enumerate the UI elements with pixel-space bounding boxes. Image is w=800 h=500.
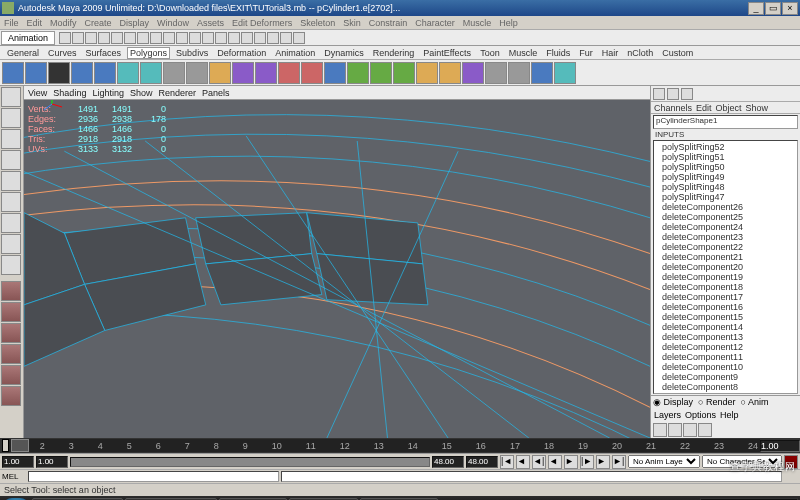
shelf-button[interactable] [531, 62, 553, 84]
shelf-button[interactable] [2, 62, 24, 84]
input-node-item[interactable]: deleteComponent11 [654, 352, 797, 362]
status-icon[interactable] [163, 32, 175, 44]
step-back-button[interactable]: ◄ [516, 455, 530, 469]
status-icon[interactable] [254, 32, 266, 44]
rewind-button[interactable]: |◄ [500, 455, 514, 469]
layers-help[interactable]: Help [720, 410, 739, 420]
layer-btn[interactable] [698, 423, 712, 437]
manip-tool[interactable] [1, 213, 21, 233]
layers-options[interactable]: Options [685, 410, 716, 420]
shelf-tab[interactable]: Hair [599, 47, 622, 59]
menu-assets[interactable]: Assets [197, 18, 224, 28]
shelf-tab[interactable]: Fluids [543, 47, 573, 59]
shelf-button[interactable] [163, 62, 185, 84]
viewport[interactable]: .w{stroke:#2be;stroke-width:0.7;fill:non… [24, 100, 650, 438]
cb-toggle-icon[interactable] [681, 88, 693, 100]
layout-persp[interactable] [1, 323, 21, 343]
menu-edit[interactable]: Edit [27, 18, 43, 28]
shelf-tab[interactable]: Toon [477, 47, 503, 59]
input-node-item[interactable]: deleteComponent23 [654, 232, 797, 242]
shelf-tab[interactable]: Curves [45, 47, 80, 59]
play-back-button[interactable]: ◄ [548, 455, 562, 469]
input-node-item[interactable]: polySplitRing47 [654, 192, 797, 202]
status-icon[interactable] [59, 32, 71, 44]
shelf-button[interactable] [232, 62, 254, 84]
status-icon[interactable] [241, 32, 253, 44]
input-node-item[interactable]: deleteComponent17 [654, 292, 797, 302]
shelf-button[interactable] [554, 62, 576, 84]
scale-tool[interactable] [1, 192, 21, 212]
shelf-tab[interactable]: Subdivs [173, 47, 211, 59]
shelf-button[interactable] [462, 62, 484, 84]
input-node-item[interactable]: polySplitRing52 [654, 142, 797, 152]
status-icon[interactable] [124, 32, 136, 44]
shelf-tab[interactable]: Animation [272, 47, 318, 59]
cb-toggle-icon[interactable] [653, 88, 665, 100]
layout-hyper[interactable] [1, 386, 21, 406]
cb-toggle-icon[interactable] [667, 88, 679, 100]
shelf-button[interactable] [186, 62, 208, 84]
minimize-button[interactable]: _ [748, 2, 764, 15]
input-node-item[interactable]: deleteComponent19 [654, 272, 797, 282]
vp-shading[interactable]: Shading [53, 88, 86, 98]
vp-renderer[interactable]: Renderer [158, 88, 196, 98]
shelf-button[interactable] [347, 62, 369, 84]
shelf-button[interactable] [209, 62, 231, 84]
current-time-marker[interactable] [11, 439, 29, 452]
shelf-button[interactable] [71, 62, 93, 84]
status-icon[interactable] [111, 32, 123, 44]
render-radio[interactable]: ○ Render [698, 397, 735, 407]
shelf-tab[interactable]: Rendering [370, 47, 418, 59]
input-node-item[interactable]: polySplitRing48 [654, 182, 797, 192]
anim-layer-dropdown[interactable]: No Anim Layer [628, 455, 700, 468]
input-node-item[interactable]: deleteComponent10 [654, 362, 797, 372]
cb-selected-node[interactable]: pCylinderShape1 [653, 115, 798, 129]
shelf-button[interactable] [370, 62, 392, 84]
display-radio[interactable]: ◉ Display [653, 397, 693, 407]
go-end-button[interactable]: ►| [612, 455, 626, 469]
layout-outliner[interactable] [1, 344, 21, 364]
shelf-button[interactable] [485, 62, 507, 84]
input-node-item[interactable]: deleteComponent25 [654, 212, 797, 222]
play-button[interactable]: ► [564, 455, 578, 469]
lasso-tool[interactable] [1, 108, 21, 128]
status-icon[interactable] [189, 32, 201, 44]
mode-dropdown[interactable]: Animation [1, 31, 55, 45]
shelf-tab[interactable]: nCloth [624, 47, 656, 59]
menu-help[interactable]: Help [499, 18, 518, 28]
input-node-item[interactable]: deleteComponent24 [654, 222, 797, 232]
range-bar[interactable] [70, 457, 430, 467]
input-node-item[interactable]: deleteComponent16 [654, 302, 797, 312]
input-node-item[interactable]: deleteComponent8 [654, 382, 797, 392]
next-key-button[interactable]: |► [580, 455, 594, 469]
layout-graph[interactable] [1, 365, 21, 385]
input-node-item[interactable]: polySplitRing46 [654, 392, 797, 394]
anim-start-field[interactable] [2, 456, 34, 468]
shelf-button[interactable] [393, 62, 415, 84]
shelf-button[interactable] [439, 62, 461, 84]
status-icon[interactable] [98, 32, 110, 44]
menu-window[interactable]: Window [157, 18, 189, 28]
shelf-tab[interactable]: PaintEffects [420, 47, 474, 59]
status-icon[interactable] [150, 32, 162, 44]
anim-radio[interactable]: ○ Anim [741, 397, 769, 407]
status-icon[interactable] [176, 32, 188, 44]
cb-channels[interactable]: Channels [654, 103, 692, 113]
shelf-button[interactable] [278, 62, 300, 84]
status-icon[interactable] [215, 32, 227, 44]
menu-muscle[interactable]: Muscle [463, 18, 492, 28]
vp-show[interactable]: Show [130, 88, 153, 98]
input-node-item[interactable]: deleteComponent22 [654, 242, 797, 252]
shelf-button[interactable] [140, 62, 162, 84]
vp-panels[interactable]: Panels [202, 88, 230, 98]
input-node-item[interactable]: deleteComponent18 [654, 282, 797, 292]
status-icon[interactable] [293, 32, 305, 44]
shelf-button[interactable] [48, 62, 70, 84]
shelf-tab[interactable]: Fur [576, 47, 596, 59]
shelf-button[interactable] [94, 62, 116, 84]
shelf-button[interactable] [301, 62, 323, 84]
cb-inputs-list[interactable]: polySplitRing52polySplitRing51polySplitR… [653, 140, 798, 394]
input-node-item[interactable]: polySplitRing50 [654, 162, 797, 172]
menu-character[interactable]: Character [415, 18, 455, 28]
menu-skin[interactable]: Skin [343, 18, 361, 28]
